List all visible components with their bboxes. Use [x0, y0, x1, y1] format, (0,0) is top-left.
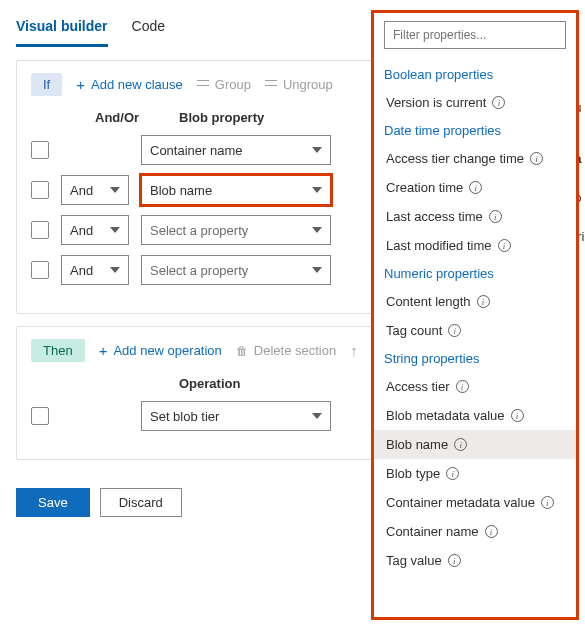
property-option[interactable]: Container namei: [384, 517, 566, 546]
chevron-down-icon: [110, 187, 120, 193]
chevron-down-icon: [312, 227, 322, 233]
ungroup-label: Ungroup: [283, 77, 333, 92]
property-option[interactable]: Blob namei: [374, 430, 576, 459]
andor-select[interactable]: And: [61, 175, 129, 205]
andor-select[interactable]: And: [61, 215, 129, 245]
property-option[interactable]: Tag counti: [384, 316, 566, 345]
delete-section-button: Delete section: [236, 343, 336, 358]
plus-icon: +: [76, 77, 85, 92]
property-group-label: Boolean properties: [384, 61, 566, 88]
operation-select-value: Set blob tier: [150, 409, 219, 424]
property-option[interactable]: Blob typei: [384, 459, 566, 488]
andor-value: And: [70, 263, 93, 278]
chevron-down-icon: [312, 187, 322, 193]
header-blob-property: Blob property: [179, 110, 369, 125]
property-option[interactable]: Version is currenti: [384, 88, 566, 117]
property-group-label: Numeric properties: [384, 260, 566, 287]
property-option-label: Access tier: [386, 379, 450, 394]
property-option[interactable]: Container metadata valuei: [384, 488, 566, 517]
row-checkbox[interactable]: [31, 261, 49, 279]
chevron-down-icon: [110, 267, 120, 273]
info-icon[interactable]: i: [492, 96, 505, 109]
blob-property-select[interactable]: Container name: [141, 135, 331, 165]
info-icon[interactable]: i: [541, 496, 554, 509]
row-checkbox[interactable]: [31, 181, 49, 199]
blob-property-value: Blob name: [150, 183, 212, 198]
add-new-clause-label: Add new clause: [91, 77, 183, 92]
property-option-label: Blob type: [386, 466, 440, 481]
delete-section-label: Delete section: [254, 343, 336, 358]
property-option[interactable]: Access tier change timei: [384, 144, 566, 173]
header-andor: And/Or: [95, 110, 163, 125]
trash-icon: [236, 343, 248, 358]
property-group-label: String properties: [384, 345, 566, 372]
property-option[interactable]: Last modified timei: [384, 231, 566, 260]
property-option-label: Content length: [386, 294, 471, 309]
info-icon[interactable]: i: [511, 409, 524, 422]
tab-code[interactable]: Code: [132, 12, 165, 47]
property-option[interactable]: Access tieri: [384, 372, 566, 401]
chevron-down-icon: [110, 227, 120, 233]
info-icon[interactable]: i: [448, 324, 461, 337]
ungroup-icon: [265, 80, 277, 90]
blob-property-value: Select a property: [150, 263, 248, 278]
blob-property-select[interactable]: Blob name: [141, 175, 331, 205]
group-icon: [197, 80, 209, 90]
property-option-label: Container name: [386, 524, 479, 539]
add-new-operation-button[interactable]: + Add new operation: [99, 343, 222, 358]
row-checkbox[interactable]: [31, 221, 49, 239]
info-icon[interactable]: i: [446, 467, 459, 480]
andor-select[interactable]: And: [61, 255, 129, 285]
plus-icon: +: [99, 343, 108, 358]
add-new-operation-label: Add new operation: [113, 343, 221, 358]
property-option-label: Version is current: [386, 95, 486, 110]
blob-property-select[interactable]: Select a property: [141, 255, 331, 285]
tab-visual-builder[interactable]: Visual builder: [16, 12, 108, 47]
blob-property-select[interactable]: Select a property: [141, 215, 331, 245]
info-icon[interactable]: i: [485, 525, 498, 538]
operation-select[interactable]: Set blob tier: [141, 401, 331, 431]
property-option-label: Tag value: [386, 553, 442, 568]
property-option-label: Tag count: [386, 323, 442, 338]
filter-properties-input[interactable]: [384, 21, 566, 49]
info-icon[interactable]: i: [489, 210, 502, 223]
info-icon[interactable]: i: [530, 152, 543, 165]
blob-property-value: Select a property: [150, 223, 248, 238]
chevron-down-icon: [312, 413, 322, 419]
property-option-label: Blob name: [386, 437, 448, 452]
then-badge: Then: [31, 339, 85, 362]
row-checkbox[interactable]: [31, 141, 49, 159]
row-checkbox[interactable]: [31, 407, 49, 425]
property-dropdown-panel: Boolean propertiesVersion is currentiDat…: [371, 10, 579, 620]
property-group-label: Date time properties: [384, 117, 566, 144]
property-option-label: Access tier change time: [386, 151, 524, 166]
group-button: Group: [197, 77, 251, 92]
discard-button[interactable]: Discard: [100, 488, 182, 517]
info-icon[interactable]: i: [456, 380, 469, 393]
property-option-label: Creation time: [386, 180, 463, 195]
property-option-label: Last modified time: [386, 238, 492, 253]
info-icon[interactable]: i: [448, 554, 461, 567]
blob-property-value: Container name: [150, 143, 243, 158]
group-label: Group: [215, 77, 251, 92]
property-option[interactable]: Last access timei: [384, 202, 566, 231]
property-option[interactable]: Creation timei: [384, 173, 566, 202]
info-icon[interactable]: i: [477, 295, 490, 308]
if-badge: If: [31, 73, 62, 96]
property-option-label: Blob metadata value: [386, 408, 505, 423]
property-option[interactable]: Tag valuei: [384, 546, 566, 575]
save-button[interactable]: Save: [16, 488, 90, 517]
move-up-icon: ↑: [350, 342, 358, 359]
info-icon[interactable]: i: [454, 438, 467, 451]
property-option-label: Container metadata value: [386, 495, 535, 510]
info-icon[interactable]: i: [469, 181, 482, 194]
chevron-down-icon: [312, 267, 322, 273]
chevron-down-icon: [312, 147, 322, 153]
ungroup-button: Ungroup: [265, 77, 333, 92]
header-operation: Operation: [179, 376, 369, 391]
add-new-clause-button[interactable]: + Add new clause: [76, 77, 183, 92]
andor-value: And: [70, 223, 93, 238]
info-icon[interactable]: i: [498, 239, 511, 252]
property-option[interactable]: Blob metadata valuei: [384, 401, 566, 430]
property-option[interactable]: Content lengthi: [384, 287, 566, 316]
